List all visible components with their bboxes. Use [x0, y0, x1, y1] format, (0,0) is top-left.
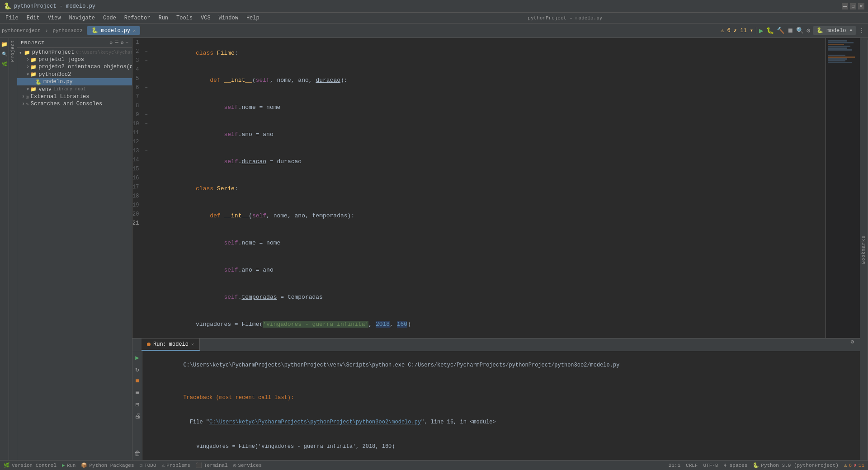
- menu-vcs[interactable]: VCS: [197, 14, 214, 22]
- interpreter-item[interactable]: 🐍 Python 3.9 (pythonProject): [753, 462, 839, 468]
- activity-find[interactable]: 🔍: [0, 50, 9, 59]
- tree-projeto2[interactable]: › 📁 projeto2 orientacao objetos(curso): [17, 63, 132, 70]
- side-panel-header: Project ⚙ ☰ ⚙ −: [17, 38, 132, 48]
- panel-icon-3[interactable]: ⚙: [121, 40, 124, 46]
- menu-window[interactable]: Window: [215, 14, 242, 22]
- debug-button[interactable]: 🐛: [766, 27, 774, 34]
- folder-icon-2: 📁: [30, 64, 37, 70]
- menu-edit[interactable]: Edit: [23, 14, 43, 22]
- run-rerun-btn[interactable]: ↻: [133, 365, 142, 374]
- activity-project[interactable]: 📁: [0, 40, 9, 49]
- run-tab-close[interactable]: ✕: [191, 342, 194, 347]
- breadcrumb-subproject[interactable]: python3oo2: [52, 28, 82, 33]
- run-trash-btn[interactable]: 🗑: [133, 449, 142, 458]
- tree-modelo[interactable]: 🐍 modelo.py: [17, 78, 132, 85]
- run-filter-btn[interactable]: ⊟: [133, 400, 142, 409]
- gc-14: [142, 155, 150, 164]
- interp-icon: 🐍: [753, 462, 759, 468]
- project-tab-vertical[interactable]: Project: [9, 38, 17, 460]
- charset-item[interactable]: UTF-8: [703, 463, 718, 468]
- gc-9[interactable]: −: [142, 110, 150, 119]
- version-control-item[interactable]: 🌿 Version Control: [4, 462, 57, 468]
- position-item[interactable]: 21:1: [669, 463, 680, 468]
- terminal-item[interactable]: ⬛ Terminal: [196, 462, 228, 468]
- menu-refactor[interactable]: Refactor: [121, 14, 154, 22]
- run-play-btn[interactable]: ▶: [133, 353, 142, 362]
- ln-2: 2: [132, 47, 142, 56]
- folder-icon-3: 📁: [30, 71, 37, 77]
- panel-controls: ⚙ ☰ ⚙ −: [109, 40, 128, 46]
- tree-venv[interactable]: ▾ 📁 venv library root: [17, 85, 132, 93]
- divider: [756, 27, 756, 34]
- problems-icon: ⚠: [162, 462, 165, 468]
- run-tab[interactable]: Run: modelo ✕: [142, 338, 200, 351]
- tree-scratches[interactable]: › ✎ Scratches and Consoles: [17, 100, 132, 108]
- python-packages-item[interactable]: 📦 Python Packages: [81, 462, 134, 468]
- code-editor[interactable]: class Filme: def __init__(self, nome, an…: [150, 38, 826, 338]
- ln-17: 17: [132, 183, 142, 192]
- tree-python3oo2[interactable]: ▾ 📁 python3oo2: [17, 70, 132, 78]
- menu-view[interactable]: View: [44, 14, 65, 22]
- panel-icon-4[interactable]: −: [125, 40, 128, 46]
- ln-8: 8: [132, 101, 142, 110]
- terminal-label: Terminal: [204, 463, 228, 468]
- modelo-label: modelo.py: [43, 79, 73, 85]
- services-item[interactable]: ◎ Services: [233, 462, 262, 468]
- gc-3[interactable]: −: [142, 56, 150, 65]
- tab-close-btn[interactable]: ✕: [133, 28, 136, 33]
- close-button[interactable]: ✕: [858, 3, 864, 9]
- run-status-item[interactable]: ▶ Run: [62, 462, 75, 468]
- run-scroll-btn[interactable]: ≡: [133, 388, 142, 397]
- menu-code[interactable]: Code: [99, 14, 120, 22]
- console-file-link[interactable]: C:\Users\ketyc\PycharmProjects\pythonPro…: [209, 419, 421, 425]
- tree-ext-libs[interactable]: › ⊞ External Libraries: [17, 93, 132, 100]
- tree-projeto1[interactable]: › 📁 projeto1 jogos: [17, 56, 132, 63]
- ln-13: 13: [132, 146, 142, 155]
- run-icons: ▶ ↻ ■ ≡ ⊟ 🖨 🗑: [132, 351, 142, 460]
- fold-gutter: − − − − − −: [142, 38, 150, 338]
- run-button[interactable]: ▶: [759, 26, 764, 35]
- menu-file[interactable]: File: [2, 14, 22, 22]
- bookmarks-bar[interactable]: Bookmarks: [860, 40, 868, 460]
- more-options[interactable]: ⋮: [859, 27, 864, 34]
- indent-item[interactable]: 4 spaces: [723, 463, 747, 468]
- editor-area: 1 2 3 4 5 6 7 8 9 10 11 12 13 14 15 16 1…: [132, 38, 868, 460]
- todo-item[interactable]: ☑ TODO: [140, 462, 156, 468]
- menu-navigate[interactable]: Navigate: [65, 14, 99, 22]
- breadcrumb-project[interactable]: pythonProject: [2, 28, 41, 33]
- problems-item[interactable]: ⚠ Problems: [162, 462, 190, 468]
- stop-button[interactable]: ⏹: [787, 27, 793, 34]
- menu-tools[interactable]: Tools: [173, 14, 196, 22]
- vc-label: Version Control: [12, 463, 57, 468]
- settings-button[interactable]: ⚙: [807, 27, 810, 34]
- active-file-tab[interactable]: 🐍 modelo.py ✕: [87, 26, 140, 35]
- search-button[interactable]: 🔍: [796, 27, 804, 34]
- run-console[interactable]: C:\Users\ketyc\PycharmProjects\pythonPro…: [142, 351, 868, 460]
- code-line-2: class Filme:: [153, 40, 826, 67]
- gc-10[interactable]: −: [142, 119, 150, 128]
- build-button[interactable]: 🔨: [777, 27, 784, 34]
- model-selector[interactable]: 🐍 modelo ▾: [813, 26, 856, 35]
- menu-run[interactable]: Run: [155, 14, 172, 22]
- settings-icon-run[interactable]: ⚙: [847, 338, 858, 351]
- tree-root[interactable]: ▾ 📁 pythonProject C:\Users\ketyc\Pycharm…: [17, 49, 132, 56]
- gc-2[interactable]: −: [142, 47, 150, 56]
- panel-icon-1[interactable]: ⚙: [109, 40, 113, 46]
- line-ending-item[interactable]: CRLF: [686, 463, 698, 468]
- code-line-6: self.duracao = duracao: [153, 148, 826, 175]
- run-stop-btn[interactable]: ■: [133, 376, 142, 385]
- run-print-btn[interactable]: 🖨: [133, 412, 142, 421]
- gc-13[interactable]: −: [142, 146, 150, 155]
- panel-icon-2[interactable]: ☰: [114, 40, 119, 46]
- minimize-button[interactable]: —: [842, 3, 848, 9]
- menu-help[interactable]: Help: [243, 14, 263, 22]
- title-bar-controls[interactable]: — □ ✕: [842, 3, 864, 9]
- maximize-button[interactable]: □: [850, 3, 856, 9]
- line-numbers: 1 2 3 4 5 6 7 8 9 10 11 12 13 14 15 16 1…: [132, 38, 142, 338]
- error-code: vingadores = Filme('vingadores - guerra …: [183, 443, 395, 450]
- code-line-16: vingadores = Filme('vingadores - guerra …: [153, 311, 826, 338]
- gc-6[interactable]: −: [142, 83, 150, 92]
- expand-icon-2: ›: [26, 64, 29, 70]
- activity-vcs[interactable]: 🌿: [0, 60, 9, 69]
- warnings-item[interactable]: ⚠ 6 ✗ 11: [844, 462, 864, 468]
